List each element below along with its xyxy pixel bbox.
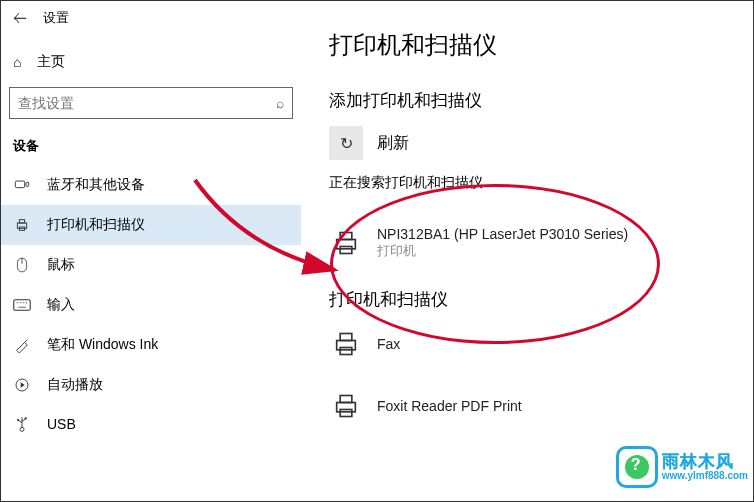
svg-rect-18 [25, 417, 27, 419]
autoplay-icon [13, 377, 31, 393]
found-printer-name: NPI312BA1 (HP LaserJet P3010 Series) [377, 226, 628, 242]
svg-rect-27 [340, 410, 352, 417]
svg-rect-7 [14, 300, 31, 311]
search-input[interactable] [18, 95, 276, 111]
nav-autoplay[interactable]: 自动播放 [1, 365, 301, 405]
svg-rect-26 [340, 396, 352, 403]
home-label: 主页 [37, 53, 65, 71]
bluetooth-icon [13, 177, 31, 193]
watermark-url: www.ylmf888.com [662, 471, 748, 482]
watermark-badge [616, 446, 658, 488]
svg-rect-2 [17, 223, 26, 228]
refresh-icon: ↻ [340, 134, 353, 153]
section-label: 设备 [1, 137, 301, 165]
printer-icon [13, 217, 31, 233]
found-printer-row[interactable]: NPI312BA1 (HP LaserJet P3010 Series) 打印机 [329, 220, 745, 282]
refresh-label: 刷新 [377, 133, 409, 154]
svg-rect-0 [15, 181, 24, 188]
nav-printers[interactable]: 打印机和扫描仪 [1, 205, 301, 245]
watermark: 雨林木风 www.ylmf888.com [616, 446, 748, 488]
found-printer-sub: 打印机 [377, 242, 628, 260]
refresh-button[interactable]: ↻ [329, 126, 363, 160]
searching-label: 正在搜索打印机和扫描仪 [329, 174, 745, 192]
svg-rect-23 [340, 334, 352, 341]
svg-point-15 [20, 427, 24, 431]
pen-icon [13, 337, 31, 353]
search-input-container[interactable]: ⌕ [9, 87, 293, 119]
page-title: 打印机和扫描仪 [329, 29, 745, 61]
mouse-icon [13, 257, 31, 273]
nav-mouse[interactable]: 鼠标 [1, 245, 301, 285]
nav-pen[interactable]: 笔和 Windows Ink [1, 325, 301, 365]
printer-name: Foxit Reader PDF Print [377, 398, 522, 414]
add-section-title: 添加打印机和扫描仪 [329, 89, 745, 112]
printers-list-title: 打印机和扫描仪 [329, 288, 745, 311]
svg-rect-1 [26, 182, 29, 186]
keyboard-icon [13, 298, 31, 312]
nav-item-label: USB [47, 416, 76, 432]
svg-rect-20 [340, 233, 352, 240]
printer-row[interactable]: Fax [329, 321, 745, 383]
nav-item-label: 输入 [47, 296, 75, 314]
usb-icon [13, 416, 31, 432]
svg-rect-3 [19, 220, 24, 223]
back-button[interactable]: 🡠 [13, 11, 27, 25]
home-icon: ⌂ [13, 54, 21, 70]
nav-typing[interactable]: 输入 [1, 285, 301, 325]
watermark-title: 雨林木风 [662, 453, 748, 471]
nav-item-label: 蓝牙和其他设备 [47, 176, 145, 194]
nav-item-label: 自动播放 [47, 376, 103, 394]
svg-point-17 [17, 419, 19, 421]
settings-label: 设置 [43, 9, 69, 27]
svg-rect-21 [340, 247, 352, 254]
printer-icon [329, 327, 363, 361]
printer-name: Fax [377, 336, 400, 352]
nav-home[interactable]: ⌂ 主页 [1, 43, 301, 87]
nav-bluetooth[interactable]: 蓝牙和其他设备 [1, 165, 301, 205]
svg-rect-24 [340, 348, 352, 355]
svg-marker-14 [21, 382, 25, 387]
printer-icon [329, 389, 363, 423]
nav-item-label: 笔和 Windows Ink [47, 336, 158, 354]
printer-icon [329, 226, 363, 260]
nav-item-label: 打印机和扫描仪 [47, 216, 145, 234]
nav-usb[interactable]: USB [1, 405, 301, 443]
printer-row[interactable]: Foxit Reader PDF Print [329, 383, 745, 427]
nav-item-label: 鼠标 [47, 256, 75, 274]
search-icon: ⌕ [276, 95, 284, 111]
